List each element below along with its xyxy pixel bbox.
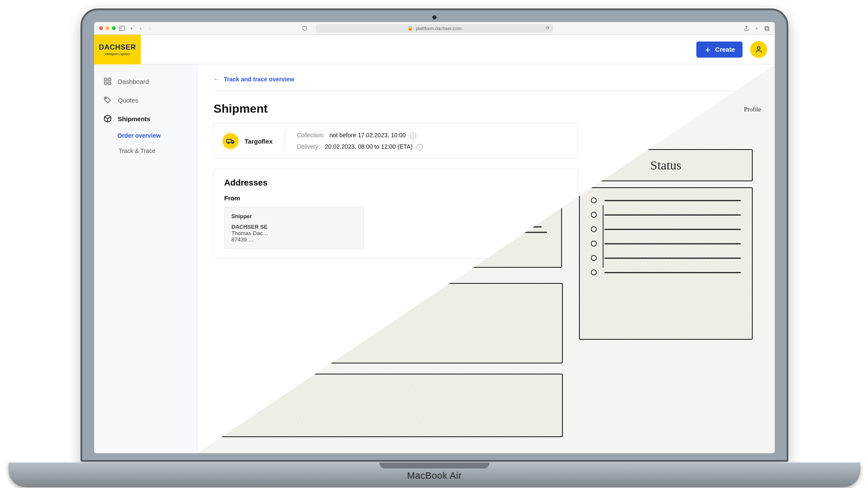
svg-point-12 [232,142,233,144]
wireframe-freight-box: Freight [198,374,563,437]
delivery-label: Delivery: [297,143,320,150]
nav-back-icon[interactable]: ‹ [138,25,144,31]
safari-toolbar: ▾ ‹ › 🔒 plattform.dachser.com ⟳ ＋ [94,22,775,35]
webcam-dot [432,15,437,19]
plus-icon: ＋ [704,46,712,53]
addresses-title: Addresses [224,178,568,188]
addresses-card: Addresses From Shipper DACHSER SE Thomas… [214,168,578,259]
app-root: DACHSER Intelligent Logistics ＋ Create [94,35,775,453]
sidebar-toggle-icon[interactable] [119,25,125,31]
collection-row: Collection: not before 17.02.2023, 10:00… [297,132,423,139]
sidebar-item-dashboard[interactable]: Dashboard [94,72,197,91]
sidebar-sub-order-overview[interactable]: Order overview [94,128,197,143]
brand-name: DACHSER [99,43,136,52]
profile-avatar[interactable] [750,41,767,58]
collection-label: Collection: [297,132,324,139]
shipment-summary-card: Targoflex Collection: not before 17.02.2… [214,123,578,159]
vertical-divider [284,130,285,152]
sidebar-item-shipments[interactable]: Shipments [94,109,197,128]
reload-icon[interactable]: ⟳ [546,25,550,31]
sidebar-item-label: Dashboard [118,78,149,85]
shipper-box: Shipper DACHSER SE Thomas Dac… 87439 … [224,207,364,249]
svg-point-4 [757,47,760,50]
create-button-label: Create [715,46,735,53]
arrow-left-icon: ← [214,76,220,83]
shipper-label: Shipper [231,213,357,219]
laptop-frame: ▾ ‹ › 🔒 plattform.dachser.com ⟳ ＋ [81,8,788,483]
maximize-window-icon[interactable] [112,26,116,30]
sidebar-sub-track-trace[interactable]: Track & Trace [94,143,197,158]
package-icon [103,114,112,123]
app-body: Dashboard Quotes Shipments Order overvie… [94,64,775,453]
nav-forward-icon[interactable]: › [147,25,153,31]
shield-icon[interactable] [302,25,308,31]
laptop-notch [379,463,490,469]
divider [214,91,759,91]
company-name: Targoflex [245,138,273,145]
user-icon [754,45,763,54]
sidebar-item-quotes[interactable]: Quotes [94,91,197,109]
svg-rect-0 [120,26,125,30]
laptop-deck: MacBook Air [8,463,860,487]
back-link-label: Track and trace overview [224,76,295,83]
svg-rect-7 [105,82,107,85]
svg-rect-5 [105,78,107,81]
address-bar-text: plattform.dachser.com [416,26,462,31]
create-button[interactable]: ＋ Create [696,42,743,58]
shipper-line2: Thomas Dac… [231,230,357,236]
share-icon[interactable] [743,25,749,31]
sidebar-item-label: Track & Trace [119,147,156,154]
shipper-name: DACHSER SE [231,224,357,230]
page-title: Shipment [214,102,759,116]
window-controls [99,26,116,30]
sidebar-item-label: Shipments [118,115,150,122]
info-icon[interactable]: i [410,133,416,139]
wireframe-freight-title: Freight [208,381,239,394]
tag-icon [103,96,112,104]
info-icon[interactable]: i [417,144,423,150]
delivery-value: 20.02.2023, 08:00 to 12:00 (ETA) [325,143,413,150]
close-window-icon[interactable] [99,26,103,30]
svg-rect-6 [108,78,111,81]
company-badge [223,133,239,149]
sidebar-item-label: Quotes [118,97,138,104]
minimize-window-icon[interactable] [106,26,109,30]
sidebar-item-label: Order overview [117,132,161,139]
svg-point-9 [106,98,107,99]
shipper-line3: 87439 … [231,236,357,243]
svg-point-11 [228,142,229,144]
app-topbar: DACHSER Intelligent Logistics ＋ Create [94,35,775,64]
sidebar: Dashboard Quotes Shipments Order overvie… [94,64,198,453]
main-content: ← Track and trace overview Shipment [198,64,775,453]
screen: ▾ ‹ › 🔒 plattform.dachser.com ⟳ ＋ [94,22,775,453]
brand-logo[interactable]: DACHSER Intelligent Logistics [94,35,141,64]
address-bar[interactable]: 🔒 plattform.dachser.com ⟳ [316,24,553,33]
device-label: MacBook Air [8,470,860,481]
chevron-down-icon[interactable]: ▾ [128,25,134,31]
wireframe-services-note: Dangerous goods etc. [222,309,553,317]
svg-rect-8 [108,82,111,85]
addresses-from-label: From [224,194,568,202]
truck-icon [226,137,235,145]
dashboard-icon [103,77,112,86]
collection-value: not before 17.02.2023, 10:00 [329,132,406,139]
wireframe-services-title: Services [208,291,245,303]
brand-tagline: Intelligent Logistics [105,53,130,55]
wireframe-services-box: Services Dangerous goods etc. [198,283,563,363]
back-link[interactable]: ← Track and trace overview [214,76,295,83]
tabs-overview-icon[interactable] [764,25,770,31]
lock-icon: 🔒 [407,25,413,31]
new-tab-icon[interactable]: ＋ [754,25,760,31]
delivery-row: Delivery: 20.02.2023, 08:00 to 12:00 (ET… [297,143,423,150]
screen-bezel: ▾ ‹ › 🔒 plattform.dachser.com ⟳ ＋ [81,8,788,462]
